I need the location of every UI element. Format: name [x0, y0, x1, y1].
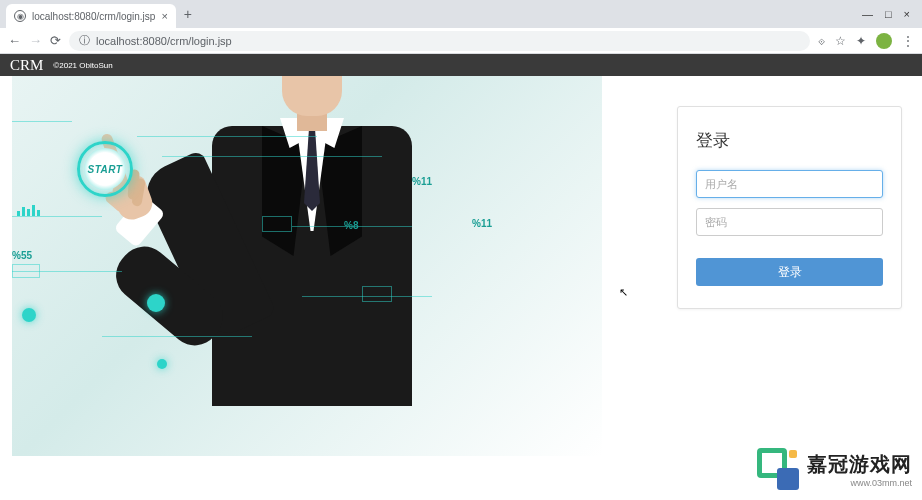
reload-button[interactable]: ⟳ — [50, 33, 61, 48]
window-controls: — □ × — [862, 8, 916, 20]
close-button[interactable]: × — [904, 8, 910, 20]
hud-percent-label: %11 — [472, 218, 492, 229]
copyright-text: ©2021 ObitoSun — [53, 61, 112, 70]
maximize-button[interactable]: □ — [885, 8, 892, 20]
username-input[interactable] — [696, 170, 883, 198]
watermark-logo-icon — [757, 448, 799, 490]
browser-tab-strip: ◉ localhost:8080/crm/login.jsp × + — □ × — [0, 0, 922, 28]
browser-tab[interactable]: ◉ localhost:8080/crm/login.jsp × — [6, 4, 176, 28]
star-icon[interactable]: ☆ — [835, 34, 846, 48]
tab-title: localhost:8080/crm/login.jsp — [32, 11, 155, 22]
mouse-cursor-icon: ↖ — [619, 286, 628, 299]
start-button-graphic: START — [77, 141, 133, 197]
watermark-url: www.03mm.net — [807, 478, 912, 488]
url-input[interactable]: ⓘ localhost:8080/crm/login.jsp — [69, 31, 810, 51]
info-icon: ⓘ — [79, 33, 90, 48]
brand-logo: CRM — [10, 57, 43, 74]
menu-icon[interactable]: ⋮ — [902, 34, 914, 48]
hud-percent-label: %55 — [12, 250, 32, 261]
login-button[interactable]: 登录 — [696, 258, 883, 286]
address-bar: ← → ⟳ ⓘ localhost:8080/crm/login.jsp ⟐ ☆… — [0, 28, 922, 54]
login-form: 登录 登录 — [677, 106, 902, 309]
watermark-title: 嘉冠游戏网 — [807, 451, 912, 478]
app-header: CRM ©2021 ObitoSun — [0, 54, 922, 76]
extensions-icon[interactable]: ✦ — [856, 34, 866, 48]
new-tab-button[interactable]: + — [176, 6, 200, 22]
page-content: %11 %8 %11 %55 START 登录 登录 ↖ — [0, 76, 922, 500]
url-text: localhost:8080/crm/login.jsp — [96, 35, 232, 47]
close-icon[interactable]: × — [161, 10, 167, 22]
login-title: 登录 — [696, 129, 883, 152]
minimize-button[interactable]: — — [862, 8, 873, 20]
profile-avatar[interactable] — [876, 33, 892, 49]
start-label: START — [84, 148, 126, 190]
password-input[interactable] — [696, 208, 883, 236]
hud-percent-label: %11 — [412, 176, 432, 187]
forward-button[interactable]: → — [29, 33, 42, 48]
watermark: 嘉冠游戏网 www.03mm.net — [757, 448, 912, 490]
back-button[interactable]: ← — [8, 33, 21, 48]
globe-icon: ◉ — [14, 10, 26, 22]
share-icon[interactable]: ⟐ — [818, 34, 825, 48]
hud-percent-label: %8 — [344, 220, 358, 231]
hero-image: %11 %8 %11 %55 START — [12, 76, 602, 456]
